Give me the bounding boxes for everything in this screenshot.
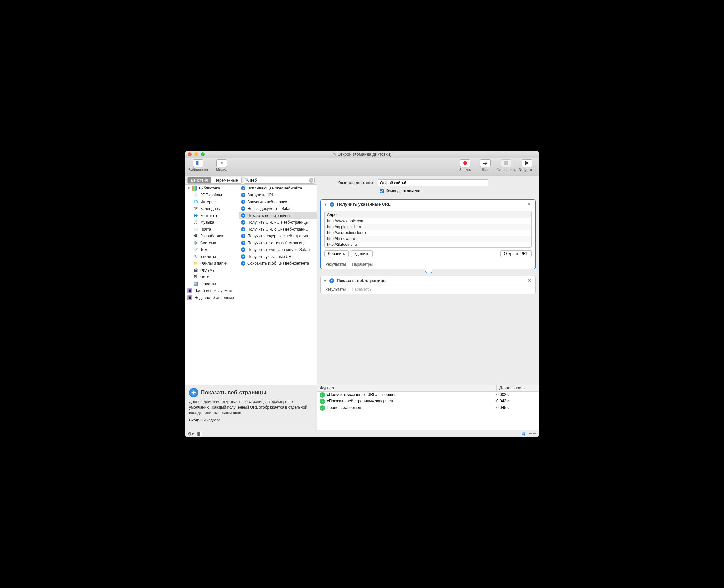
action-title: Получить указанные URL [337,202,391,207]
library-item[interactable]: 📅Календарь [185,205,239,212]
library-item[interactable]: 🎬Фильмы [185,267,239,273]
library-item[interactable]: 📝Текст [185,246,239,253]
library-item[interactable]: ✉️Почта [185,226,239,232]
params-tab[interactable]: Параметры [352,262,373,267]
log-header-journal: Журнал [317,385,496,391]
action-title: Показать веб-страницы [337,278,387,283]
safari-icon: ✦ [189,388,198,397]
step-button[interactable]: ➔ Шаг [476,159,494,172]
params-tab[interactable]: Параметры [352,287,372,292]
record-icon [463,161,467,165]
actions-list[interactable]: ✦Всплывающее окно веб-сайта✦Загрузить UR… [239,185,317,384]
library-item[interactable]: 🌐Интернет [185,198,239,205]
library-toolbar-button[interactable]: Библиотека [188,159,209,172]
minimize-icon[interactable] [194,152,198,156]
play-icon [526,161,529,165]
action-list-item[interactable]: ✦Получить URL и…з веб-страницы [239,219,317,226]
safari-action-icon: ✦ [330,202,334,207]
library-folder[interactable]: ▣Недавно…бавленные [185,294,239,301]
view-grid-icon[interactable]: ▭▭ [528,432,536,436]
search-input[interactable]: ✕ [243,177,315,184]
action-list-item[interactable]: ✦Всплывающее окно веб-сайта [239,185,317,191]
stop-button[interactable]: Остановить [496,159,516,172]
action-get-urls[interactable]: ▼ ✦ Получить указанные URL ✕ Адрес http:… [320,199,535,269]
pane-tabs[interactable]: Действия Переменные [187,177,241,184]
command-enabled-label: Команда включена [386,189,420,193]
stop-icon [504,162,508,165]
check-icon: ✓ [320,399,325,404]
library-item[interactable]: ⚙️Система [185,239,239,246]
action-list-item[interactable]: ✦Загрузить URL [239,191,317,198]
log-row: ✓«Показать веб-страницы» завершен0,043 с [317,398,539,405]
url-row[interactable]: http://2bitcoins.ru [324,241,531,248]
info-pane: ✦ Показать веб-страницы Данное действие … [185,384,317,430]
media-icon: ♫ [216,159,227,167]
log-pane: Журнал Длительность ✓«Получить указанные… [317,384,539,430]
library-root[interactable]: ▼Библиотека [185,185,239,191]
action-list-item[interactable]: ✦Получить текст из веб-страницы [239,239,317,246]
close-icon[interactable] [188,152,192,156]
check-icon: ✓ [320,405,325,411]
info-title: Показать веб-страницы [201,390,266,396]
add-button[interactable]: Добавить [324,250,349,257]
gear-icon[interactable]: ⚙︎▾ [188,432,194,436]
library-item[interactable]: 📁Файлы и папки [185,260,239,267]
window-title: Открой (Команда диктовки) [185,152,539,156]
svg-rect-0 [196,161,198,165]
library-item[interactable]: 🎵Музыка [185,219,239,226]
step-icon: ➔ [483,160,487,166]
url-row[interactable]: http://appleinsider.ru [324,224,531,230]
action-list-item[interactable]: ✦Получить текущ…раницу из Safari [239,246,317,253]
library-item[interactable]: 🔧Утилиты [185,253,239,260]
url-row[interactable]: http://androidinsider.ru [324,230,531,236]
url-table[interactable]: Адрес http://www.apple.comhttp://applein… [324,211,532,248]
action-list-item[interactable]: ✦Показать веб-страницы [239,212,317,219]
remove-action-icon[interactable]: ✕ [526,278,533,283]
svg-rect-1 [198,161,201,165]
results-tab[interactable]: Результаты [325,287,346,292]
dictation-command-label: Команда диктовки: [322,181,375,185]
action-list-item[interactable]: ✦Запустить веб-сервис [239,198,317,205]
open-url-button[interactable]: Открыть URL [501,250,532,257]
layout-toggle-icon[interactable] [197,432,203,436]
tab-variables[interactable]: Переменные [211,177,241,183]
action-list-item[interactable]: ✦Сохранить изоб…из веб-контента [239,260,317,267]
results-tab[interactable]: Результаты [325,262,346,267]
run-button[interactable]: Запустить [518,159,536,172]
library-item[interactable]: 🖼Фото [185,273,239,280]
safari-action-icon: ✦ [329,278,334,283]
library-folder[interactable]: ▣Часто используемые [185,287,239,294]
info-description: Данное действие открывает веб-страницы в… [189,399,313,416]
action-list-item[interactable]: ✦Получить указанные URL [239,253,317,260]
view-list-icon[interactable]: ▤ [521,432,525,436]
action-list-item[interactable]: ✦Новые документы Safari [239,205,317,212]
record-button[interactable]: Запись [456,159,474,172]
log-row: ✓Процесс завершен0,045 с [317,405,539,411]
disclosure-icon[interactable]: ▼ [324,203,327,206]
action-list-item[interactable]: ✦Получить содер…ое веб-страниц [239,232,317,239]
action-list-item[interactable]: ✦Получить URL с…из веб-страниц [239,226,317,232]
command-enabled-checkbox[interactable] [380,189,384,193]
url-header: Адрес [324,211,531,218]
remove-action-icon[interactable]: ✕ [526,202,532,207]
check-icon: ✓ [320,392,325,398]
dictation-command-input[interactable] [378,180,488,186]
disclosure-icon[interactable]: ▼ [323,279,327,282]
log-row: ✓«Получить указанные URL» завершен0,002 … [317,392,539,398]
tab-actions[interactable]: Действия [188,177,211,183]
action-show-webpages[interactable]: ▼ ✦ Показать веб-страницы ✕ Результаты П… [320,276,535,294]
zoom-icon[interactable] [201,152,205,156]
url-row[interactable]: http://hi-news.ru [324,236,531,241]
url-row[interactable]: http://www.apple.com [324,218,531,224]
library-item[interactable]: 🔤Шрифты [185,280,239,287]
library-item[interactable]: 👥Контакты [185,212,239,219]
clear-search-icon[interactable]: ✕ [309,178,314,183]
media-toolbar-button[interactable]: ♫ Медиа [211,159,232,172]
connector-icon [425,269,432,273]
library-icon [193,159,204,167]
library-item[interactable]: 📄PDF-файлы [185,191,239,198]
delete-button[interactable]: Удалить [350,250,373,257]
library-item[interactable]: 🛠Разработчик [185,232,239,239]
titlebar: Открой (Команда диктовки) [185,151,539,158]
library-list[interactable]: ▼Библиотека📄PDF-файлы🌐Интернет📅Календарь… [185,185,239,384]
